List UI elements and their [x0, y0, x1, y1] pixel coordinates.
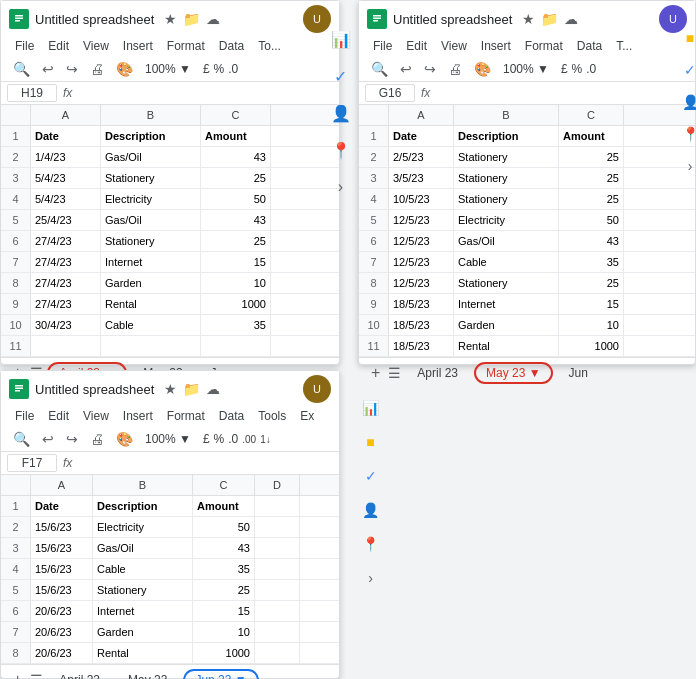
- avatar-3[interactable]: U: [303, 375, 331, 403]
- folder-icon-3[interactable]: 📁: [183, 381, 200, 397]
- star-icon-1[interactable]: ★: [164, 11, 177, 27]
- menu-format-1[interactable]: Format: [161, 37, 211, 55]
- redo-icon-3[interactable]: ↪: [62, 429, 82, 449]
- zoom-control-2[interactable]: 100% ▼: [499, 61, 553, 77]
- menu-format-3[interactable]: Format: [161, 407, 211, 425]
- menu-file-2[interactable]: File: [367, 37, 398, 55]
- star-icon-3[interactable]: ★: [164, 381, 177, 397]
- cell-ref-3[interactable]: F17: [7, 454, 57, 472]
- cloud-icon-3[interactable]: ☁: [206, 381, 220, 397]
- sidebar-icon-map-2[interactable]: 📍: [682, 126, 697, 142]
- cell-ref-2[interactable]: G16: [365, 84, 415, 102]
- menu-view-3[interactable]: View: [77, 407, 115, 425]
- menu-data-3[interactable]: Data: [213, 407, 250, 425]
- print-icon-3[interactable]: 🖨: [86, 429, 108, 449]
- paint-icon-3[interactable]: 🎨: [112, 429, 137, 449]
- decimal-btn-1[interactable]: .0: [228, 62, 238, 76]
- menu-data-1[interactable]: Data: [213, 37, 250, 55]
- sidebar-icon-person-1[interactable]: 👤: [331, 104, 351, 123]
- print-icon-1[interactable]: 🖨: [86, 59, 108, 79]
- cloud-icon-1[interactable]: ☁: [206, 11, 220, 27]
- menu-edit-2[interactable]: Edit: [400, 37, 433, 55]
- sidebar-icon-sheets-1[interactable]: 📊: [331, 30, 351, 49]
- print-icon-2[interactable]: 🖨: [444, 59, 466, 79]
- redo-icon-2[interactable]: ↪: [420, 59, 440, 79]
- sidebar-icon-map-3[interactable]: 📍: [362, 536, 379, 552]
- header-desc-3[interactable]: Description: [93, 496, 193, 516]
- tab-april-3[interactable]: April 23: [47, 669, 112, 679]
- sheet-menu-btn-3[interactable]: ☰: [30, 672, 43, 679]
- folder-icon-2[interactable]: 📁: [541, 11, 558, 27]
- tab-may-3[interactable]: May 23: [116, 669, 179, 679]
- search-icon-1[interactable]: 🔍: [9, 59, 34, 79]
- undo-icon-3[interactable]: ↩: [38, 429, 58, 449]
- menu-ext-3[interactable]: Ex: [294, 407, 320, 425]
- pound-btn-3[interactable]: £: [203, 432, 210, 446]
- header-amount-2[interactable]: Amount: [559, 126, 624, 146]
- avatar-2[interactable]: U: [659, 5, 687, 33]
- paint-icon-1[interactable]: 🎨: [112, 59, 137, 79]
- search-icon-2[interactable]: 🔍: [367, 59, 392, 79]
- tab-april-2[interactable]: April 23: [405, 362, 470, 384]
- percent-btn-2[interactable]: %: [572, 62, 583, 76]
- undo-icon-2[interactable]: ↩: [396, 59, 416, 79]
- menu-edit-3[interactable]: Edit: [42, 407, 75, 425]
- percent-btn-1[interactable]: %: [214, 62, 225, 76]
- format-more-btn-3[interactable]: 1↓: [260, 434, 271, 445]
- menu-edit-1[interactable]: Edit: [42, 37, 75, 55]
- header-amount-3[interactable]: Amount: [193, 496, 255, 516]
- add-sheet-btn-2[interactable]: +: [367, 364, 384, 382]
- percent-btn-3[interactable]: %: [214, 432, 225, 446]
- avatar-1[interactable]: U: [303, 5, 331, 33]
- tab-jun-3[interactable]: Jun 23 ▼: [183, 669, 258, 679]
- menu-tools-1[interactable]: To...: [252, 37, 287, 55]
- header-date-2[interactable]: Date: [389, 126, 454, 146]
- menu-view-2[interactable]: View: [435, 37, 473, 55]
- redo-icon-1[interactable]: ↪: [62, 59, 82, 79]
- folder-icon-1[interactable]: 📁: [183, 11, 200, 27]
- decimal-btn-3[interactable]: .0: [228, 432, 238, 446]
- star-icon-2[interactable]: ★: [522, 11, 535, 27]
- header-date-1[interactable]: Date: [31, 126, 101, 146]
- sidebar-icon-person-3[interactable]: 👤: [362, 502, 379, 518]
- sidebar-icon-check-3[interactable]: ■: [366, 434, 374, 450]
- sidebar-icon-sheets-3[interactable]: 📊: [362, 400, 379, 416]
- sidebar-icon-check-1[interactable]: ✓: [334, 67, 347, 86]
- sidebar-icon-chevron-1[interactable]: ›: [338, 178, 343, 196]
- cell-ref-1[interactable]: H19: [7, 84, 57, 102]
- menu-data-2[interactable]: Data: [571, 37, 608, 55]
- sidebar-icon-check-2[interactable]: ✓: [684, 62, 696, 78]
- zoom-control-1[interactable]: 100% ▼: [141, 61, 195, 77]
- cloud-icon-2[interactable]: ☁: [564, 11, 578, 27]
- sheet-menu-btn-2[interactable]: ☰: [388, 365, 401, 381]
- sidebar-icon-chevron-3[interactable]: ›: [368, 570, 373, 586]
- paint-icon-2[interactable]: 🎨: [470, 59, 495, 79]
- menu-file-1[interactable]: File: [9, 37, 40, 55]
- undo-icon-1[interactable]: ↩: [38, 59, 58, 79]
- add-sheet-btn-3[interactable]: +: [9, 671, 26, 679]
- sidebar-icon-chevron-2[interactable]: ›: [688, 158, 693, 174]
- menu-format-2[interactable]: Format: [519, 37, 569, 55]
- header-amount-1[interactable]: Amount: [201, 126, 271, 146]
- menu-insert-1[interactable]: Insert: [117, 37, 159, 55]
- menu-insert-2[interactable]: Insert: [475, 37, 517, 55]
- menu-file-3[interactable]: File: [9, 407, 40, 425]
- tab-may-2[interactable]: May 23 ▼: [474, 362, 553, 384]
- header-date-3[interactable]: Date: [31, 496, 93, 516]
- decimal2-btn-3[interactable]: .00: [242, 434, 256, 445]
- search-icon-3[interactable]: 🔍: [9, 429, 34, 449]
- sidebar-icon-person-2[interactable]: 👤: [682, 94, 697, 110]
- header-desc-1[interactable]: Description: [101, 126, 201, 146]
- decimal-btn-2[interactable]: .0: [586, 62, 596, 76]
- zoom-control-3[interactable]: 100% ▼: [141, 431, 195, 447]
- sidebar-icon-sheets-2[interactable]: ■: [686, 30, 694, 46]
- menu-tools-3[interactable]: Tools: [252, 407, 292, 425]
- tab-jun-2[interactable]: Jun: [557, 362, 600, 384]
- menu-tools-2[interactable]: T...: [610, 37, 638, 55]
- header-desc-2[interactable]: Description: [454, 126, 559, 146]
- pound-btn-1[interactable]: £: [203, 62, 210, 76]
- sidebar-icon-map-1[interactable]: 📍: [331, 141, 351, 160]
- menu-insert-3[interactable]: Insert: [117, 407, 159, 425]
- sidebar-icon-check2-3[interactable]: ✓: [365, 468, 377, 484]
- menu-view-1[interactable]: View: [77, 37, 115, 55]
